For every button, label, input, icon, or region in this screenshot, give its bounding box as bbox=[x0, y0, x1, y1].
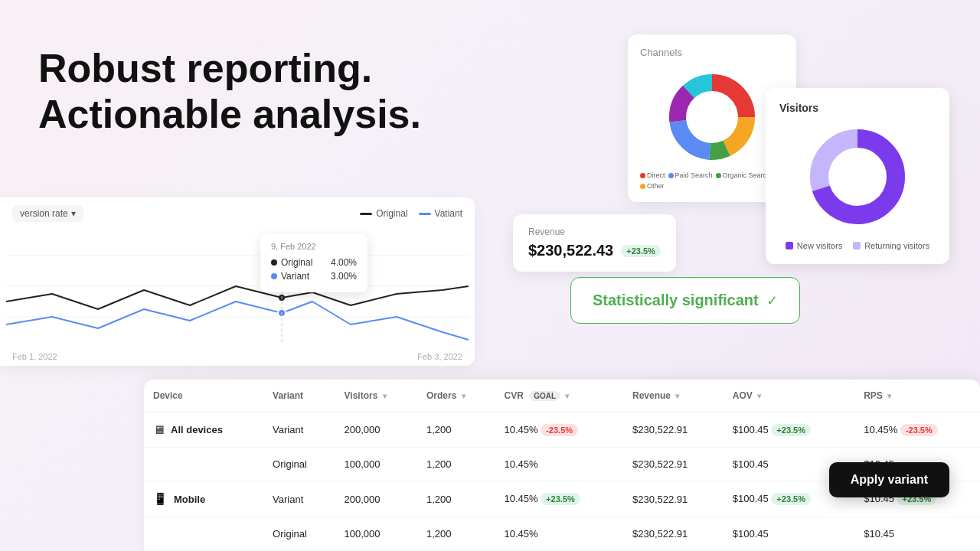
col-aov[interactable]: AOV ▾ bbox=[724, 380, 854, 412]
variant-cell: Original bbox=[263, 448, 335, 481]
chart-filter-dropdown[interactable]: version rate ▾ bbox=[12, 205, 83, 222]
visitors-cell: 100,000 bbox=[335, 517, 418, 551]
revenue-value-row: $230,522.43 +23.5% bbox=[528, 242, 661, 259]
chart-header: version rate ▾ Original Vatiant bbox=[0, 197, 475, 225]
revenue-label: Revenue bbox=[528, 227, 661, 237]
device-name: All devices bbox=[171, 424, 223, 435]
aov-badge: +23.5% bbox=[771, 493, 811, 505]
cvr-value: 10.45% bbox=[504, 528, 537, 540]
revenue-cell: $230,522.91 bbox=[623, 412, 724, 448]
tooltip-original-value: 4.00% bbox=[331, 257, 357, 268]
tooltip-original-row: Original 4.00% bbox=[271, 257, 357, 268]
tooltip-variant-value: 3.00% bbox=[331, 271, 357, 282]
rps-cell: $10.45 bbox=[854, 517, 980, 551]
goal-badge: GOAL bbox=[529, 391, 560, 401]
revenue-cell: $230,522.91 bbox=[623, 481, 724, 517]
visitors-donut-chart bbox=[804, 123, 911, 230]
chart-tooltip: 9, Feb 2022 Original 4.00% Variant 3.00% bbox=[260, 234, 368, 292]
legend-original: Original bbox=[360, 208, 407, 219]
orders-cell: 1,200 bbox=[417, 448, 495, 481]
col-cvr[interactable]: CVR GOAL ▾ bbox=[495, 380, 623, 412]
device-cell: 📱Mobile bbox=[144, 481, 263, 517]
chart-legend: Original Vatiant bbox=[360, 208, 462, 219]
tooltip-variant-label: Variant bbox=[271, 271, 309, 282]
orders-cell: 1,200 bbox=[417, 412, 495, 448]
hero-title-line2: Actionable analysis. bbox=[38, 92, 421, 138]
variant-cell: Variant bbox=[263, 412, 335, 448]
col-visitors[interactable]: Visitors ▾ bbox=[335, 380, 418, 412]
apply-variant-button[interactable]: Apply variant bbox=[829, 462, 949, 497]
visitors-card-title: Visitors bbox=[779, 102, 936, 114]
device-icon: 🖥 bbox=[153, 423, 165, 436]
revenue-value: $230,522.43 bbox=[528, 242, 613, 259]
legend-returning-visitors: Returning visitors bbox=[853, 241, 929, 250]
revenue-card: Revenue $230,522.43 +23.5% bbox=[513, 214, 676, 272]
rps-value: 10.45% bbox=[864, 424, 897, 435]
hero-title-line1: Robust reporting. bbox=[38, 46, 421, 92]
aov-value: $100.45 bbox=[733, 458, 769, 470]
revenue-badge: +23.5% bbox=[621, 245, 661, 257]
chart-area: version rate ▾ Original Vatiant bbox=[0, 197, 475, 366]
chart-svg-container bbox=[0, 225, 475, 350]
orders-cell: 1,200 bbox=[417, 481, 495, 517]
aov-sort-icon: ▾ bbox=[757, 392, 761, 400]
rps-cell: 10.45% -23.5% bbox=[854, 412, 980, 448]
table-row: 🖥All devicesVariant200,0001,20010.45% -2… bbox=[144, 412, 980, 448]
visitors-cell: 200,000 bbox=[335, 412, 418, 448]
legend-variant: Vatiant bbox=[419, 208, 462, 219]
aov-value: $100.45 bbox=[733, 528, 769, 540]
cvr-badge: +23.5% bbox=[541, 493, 580, 505]
device-name: Mobile bbox=[174, 494, 205, 505]
revenue-cell: $230,522.91 bbox=[623, 448, 724, 481]
check-circle-icon: ✓ bbox=[766, 292, 778, 309]
cvr-sort-icon: ▾ bbox=[565, 392, 569, 400]
svg-point-7 bbox=[688, 93, 737, 142]
orders-cell: 1,200 bbox=[417, 517, 495, 551]
col-revenue[interactable]: Revenue ▾ bbox=[623, 380, 724, 412]
aov-cell: $100.45 bbox=[724, 517, 854, 551]
visitors-cell: 200,000 bbox=[335, 481, 418, 517]
rps-value: $10.45 bbox=[864, 528, 894, 540]
device-cell bbox=[144, 448, 263, 481]
original-line-swatch bbox=[360, 213, 372, 215]
device-cell bbox=[144, 517, 263, 551]
tooltip-date: 9, Feb 2022 bbox=[271, 242, 357, 251]
cvr-cell: 10.45% bbox=[495, 448, 623, 481]
visitors-sort-icon: ▾ bbox=[383, 392, 387, 400]
col-rps[interactable]: RPS ▾ bbox=[854, 380, 980, 412]
cvr-value: 10.45% bbox=[504, 493, 537, 504]
variant-cell: Variant bbox=[263, 481, 335, 517]
rps-badge: -23.5% bbox=[900, 424, 938, 436]
rps-sort-icon: ▾ bbox=[887, 392, 891, 400]
device-icon: 📱 bbox=[153, 492, 168, 506]
cvr-cell: 10.45% bbox=[495, 517, 623, 551]
returning-visitors-dot bbox=[853, 242, 861, 249]
aov-value: $100.45 bbox=[733, 493, 769, 504]
chevron-down-icon: ▾ bbox=[71, 208, 76, 219]
channels-card-title: Channels bbox=[640, 47, 784, 58]
cvr-value: 10.45% bbox=[504, 458, 537, 470]
variant-cell: Original bbox=[263, 517, 335, 551]
tooltip-original-label: Original bbox=[271, 257, 312, 268]
cvr-value: 10.45% bbox=[504, 424, 537, 435]
cvr-badge: -23.5% bbox=[541, 424, 578, 436]
legend-new-visitors: New visitors bbox=[786, 241, 842, 250]
col-orders[interactable]: Orders ▾ bbox=[417, 380, 495, 412]
table-header-row: Device Variant Visitors ▾ Orders ▾ CVR G… bbox=[144, 380, 980, 412]
hero-section: Robust reporting. Actionable analysis. bbox=[38, 46, 421, 138]
new-visitors-dot bbox=[786, 242, 793, 249]
aov-cell: $100.45 +23.5% bbox=[724, 412, 854, 448]
stat-sig-card: Statistically significant ✓ bbox=[570, 277, 800, 324]
aov-value: $100.45 bbox=[733, 424, 769, 435]
device-cell: 🖥All devices bbox=[144, 412, 263, 448]
revenue-sort-icon: ▾ bbox=[675, 392, 679, 400]
tooltip-variant-row: Variant 3.00% bbox=[271, 271, 357, 282]
svg-point-11 bbox=[830, 149, 885, 204]
chart-xaxis: Feb 1, 2022 Feb 3, 2022 bbox=[0, 352, 475, 361]
visitors-card: Visitors New visitors Returning visitors bbox=[766, 88, 949, 264]
cvr-cell: 10.45% -23.5% bbox=[495, 412, 623, 448]
variant-line-swatch bbox=[419, 213, 431, 215]
variant-dot bbox=[271, 273, 277, 279]
revenue-cell: $230,522.91 bbox=[623, 517, 724, 551]
visitors-legend: New visitors Returning visitors bbox=[779, 241, 936, 250]
